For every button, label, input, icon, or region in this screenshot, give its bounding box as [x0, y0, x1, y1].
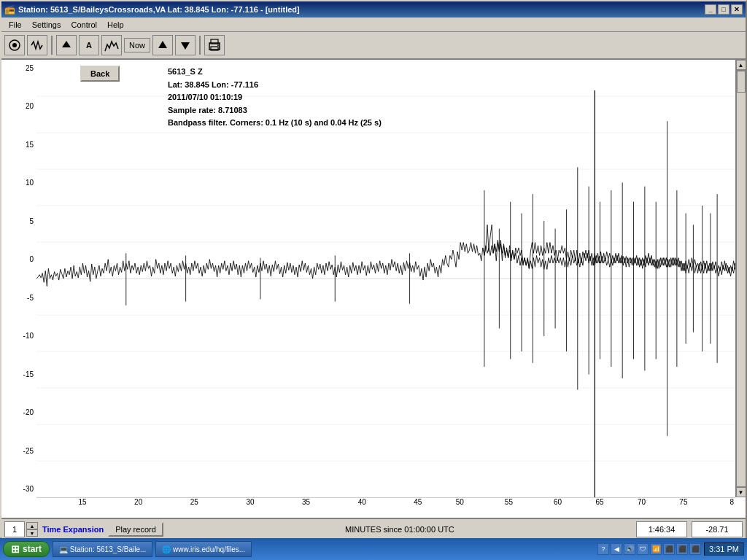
y-label-20: 20: [1, 102, 34, 110]
y-label-5: 5: [1, 217, 34, 225]
y-label-15: 15: [1, 141, 34, 149]
x-label-40: 40: [358, 498, 366, 506]
menu-settings[interactable]: Settings: [28, 19, 66, 31]
sys-icon-b: ⬛: [676, 543, 688, 555]
x-label-20: 20: [134, 498, 142, 506]
spinner-input[interactable]: 1: [4, 521, 25, 537]
y-label-10: 10: [1, 179, 34, 187]
menu-file[interactable]: File: [4, 19, 26, 31]
svg-point-5: [217, 44, 219, 46]
toolbar-radio-icon[interactable]: [4, 35, 25, 55]
x-label-65: 65: [595, 498, 603, 506]
spinner-down-button[interactable]: ▼: [26, 529, 38, 537]
toolbar-arrow-down-icon[interactable]: [175, 35, 196, 55]
time-display[interactable]: [636, 521, 687, 537]
y-label-neg25: -25: [1, 447, 34, 455]
x-label-50: 50: [456, 498, 464, 506]
title-bar-buttons: _ □ ✕: [705, 4, 743, 15]
menu-control[interactable]: Control: [66, 19, 101, 31]
scroll-thumb[interactable]: [737, 71, 746, 93]
chart-lat-lon: Lat: 38.845 Lon: -77.116: [168, 79, 382, 92]
chart-bandpass: Bandpass filter. Corners: 0.1 Hz (10 s) …: [168, 117, 382, 130]
chart-info: 5613_S Z Lat: 38.845 Lon: -77.116 2011/0…: [168, 66, 382, 130]
maximize-button[interactable]: □: [718, 4, 729, 15]
play-record-button[interactable]: Play record: [108, 522, 163, 537]
close-button[interactable]: ✕: [731, 4, 743, 15]
toolbar-label-icon[interactable]: A: [79, 35, 99, 55]
x-label-15: 15: [78, 498, 86, 506]
taskbar-right: ? ◀ 🔊 🛡 📶 ⬛ ⬛ ⬛ 3:31 PM: [597, 542, 744, 556]
minimize-button[interactable]: _: [705, 4, 716, 15]
y-axis: 25 20 15 10 5 0 -5 -10 -15 -20 -25 -30: [1, 60, 36, 497]
y-label-0: 0: [1, 255, 34, 263]
sys-icon-2[interactable]: ◀: [611, 543, 622, 555]
chart-datetime: 2011/07/10 01:10:19: [168, 91, 382, 104]
toolbar-spectrum-icon[interactable]: [101, 35, 122, 55]
scroll-right[interactable]: ▲ ▼: [735, 60, 746, 497]
toolbar-wave-icon[interactable]: [27, 35, 47, 55]
y-label-neg15: -15: [1, 370, 34, 378]
svg-point-1: [12, 43, 17, 47]
y-label-neg20: -20: [1, 408, 34, 416]
x-label-30: 30: [246, 498, 254, 506]
y-label-25: 25: [1, 64, 34, 72]
taskbar-item-station[interactable]: 💻 Station: 5613_S/Baile...: [53, 541, 152, 557]
taskbar-item-iris[interactable]: 🌐 www.iris.edu/hq/files...: [155, 541, 252, 557]
taskbar: ⊞ start 💻 Station: 5613_S/Baile... 🌐 www…: [0, 538, 747, 560]
sys-icon-1[interactable]: ?: [597, 543, 609, 555]
scroll-down-button[interactable]: ▼: [736, 487, 746, 497]
y-label-neg5: -5: [1, 294, 34, 302]
toolbar-arrow-up-icon[interactable]: [152, 35, 173, 55]
sys-icon-a: ⬛: [663, 543, 675, 555]
y-label-neg30: -30: [1, 485, 34, 493]
window-title: Station: 5613_S/BaileysCrossroads,VA Lat…: [18, 5, 300, 14]
chart-station: 5613_S Z: [168, 66, 382, 79]
status-bar: 1 ▲ ▼ Time Expansion Play record MINUTES…: [1, 518, 746, 540]
x-label-25: 25: [190, 498, 198, 506]
sys-icon-c: ⬛: [689, 543, 701, 555]
back-button[interactable]: Back: [80, 66, 120, 82]
toolbar-sep-1: [51, 36, 53, 55]
menu-bar: File Settings Control Help: [1, 18, 746, 32]
time-expansion-label: Time Expansion: [42, 525, 104, 534]
start-button[interactable]: ⊞ start: [3, 541, 50, 557]
sys-tray: ? ◀ 🔊 🛡 📶 ⬛ ⬛ ⬛: [597, 543, 701, 555]
x-label-45: 45: [414, 498, 422, 506]
x-label-8: 8: [729, 498, 734, 506]
toolbar-now-button[interactable]: Now: [124, 38, 150, 52]
x-label-60: 60: [554, 498, 562, 506]
scroll-up-button[interactable]: ▲: [736, 60, 746, 70]
minutes-label: MINUTES since 01:00:00 UTC: [168, 525, 632, 534]
toolbar-print-icon[interactable]: [204, 35, 225, 55]
toolbar: A Now: [1, 32, 746, 60]
x-label-70: 70: [638, 498, 646, 506]
toolbar-up-icon[interactable]: [56, 35, 77, 55]
menu-help[interactable]: Help: [103, 19, 128, 31]
y-label-neg10: -10: [1, 332, 34, 340]
taskbar-clock: 3:31 PM: [704, 542, 744, 556]
sys-icon-volume[interactable]: 🔊: [624, 543, 635, 555]
sys-icon-shield[interactable]: 🛡: [637, 543, 649, 555]
toolbar-sep-2: [199, 36, 201, 55]
spinner-buttons: ▲ ▼: [26, 522, 38, 537]
x-label-35: 35: [302, 498, 310, 506]
x-label-55: 55: [505, 498, 513, 506]
amplitude-display[interactable]: [692, 521, 743, 537]
title-bar: 📻 Station: 5613_S/BaileysCrossroads,VA L…: [1, 1, 746, 18]
scroll-track[interactable]: [736, 70, 746, 487]
sys-icon-network[interactable]: 📶: [650, 543, 662, 555]
x-label-75: 75: [679, 498, 687, 506]
spinner-up-button[interactable]: ▲: [26, 522, 38, 529]
waveform-chart: [36, 60, 746, 497]
chart-sample-rate: Sample rate: 8.71083: [168, 104, 382, 117]
